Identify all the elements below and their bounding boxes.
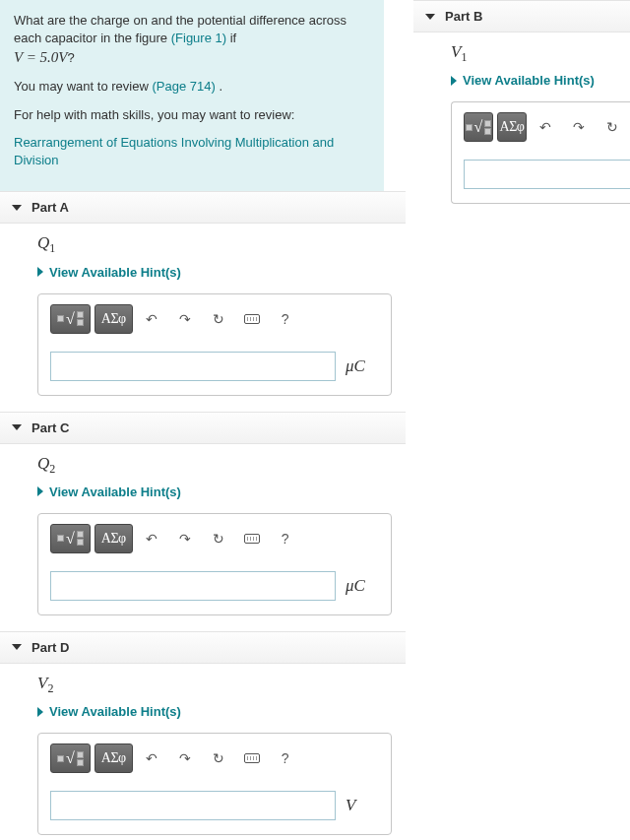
toolbar-a: √ ΑΣφ ↶ ↷ ↻ ?: [50, 304, 379, 334]
hints-label: View Available Hint(s): [49, 704, 181, 719]
part-b-variable: V1: [451, 42, 630, 65]
refresh-button[interactable]: ↻: [598, 112, 627, 142]
fraction-root-button[interactable]: √: [50, 304, 91, 334]
redo-button[interactable]: ↷: [170, 743, 200, 773]
unit-d: V: [346, 796, 355, 815]
answer-input-d[interactable]: [50, 791, 336, 820]
part-c-title: Part C: [32, 420, 69, 435]
page-link[interactable]: (Page 714): [152, 79, 215, 94]
keyboard-button[interactable]: [237, 304, 267, 334]
fraction-root-button[interactable]: √: [50, 524, 91, 553]
unit-a: μC: [346, 356, 365, 376]
part-b-header[interactable]: Part B: [413, 0, 630, 32]
part-d-variable: V2: [37, 674, 406, 696]
redo-button[interactable]: ↷: [564, 112, 594, 142]
figure-link[interactable]: (Figure 1): [171, 31, 226, 45]
help-button[interactable]: ?: [271, 743, 300, 773]
hints-label: View Available Hint(s): [463, 73, 595, 88]
toolbar-b: √ ΑΣφ ↶ ↷ ↻: [464, 112, 630, 142]
caret-down-icon: [425, 14, 435, 20]
part-d-body: V2 View Available Hint(s) √ ΑΣφ ↶ ↷ ↻ ? …: [0, 664, 406, 840]
redo-button[interactable]: ↷: [170, 304, 200, 334]
keyboard-button[interactable]: [237, 524, 267, 553]
keyboard-icon: [244, 753, 260, 763]
part-a-variable: Q1: [37, 233, 406, 256]
keyboard-button[interactable]: [237, 743, 267, 773]
part-b-column: Part B V1 View Available Hint(s) √ ΑΣφ ↶…: [413, 0, 630, 220]
keyboard-icon: [244, 534, 260, 544]
answer-box-b: √ ΑΣφ ↶ ↷ ↻: [451, 101, 630, 204]
toolbar-d: √ ΑΣφ ↶ ↷ ↻ ?: [50, 743, 379, 773]
undo-button[interactable]: ↶: [137, 524, 166, 553]
answer-box-d: √ ΑΣφ ↶ ↷ ↻ ? V: [37, 733, 392, 835]
part-d-header[interactable]: Part D: [0, 631, 406, 664]
redo-button[interactable]: ↷: [170, 524, 200, 553]
greek-button[interactable]: ΑΣφ: [497, 112, 527, 142]
fraction-root-button[interactable]: √: [464, 112, 493, 142]
toolbar-c: √ ΑΣφ ↶ ↷ ↻ ?: [50, 524, 379, 553]
triangle-right-icon: [451, 76, 457, 86]
answer-input-c[interactable]: [50, 571, 336, 601]
refresh-button[interactable]: ↻: [204, 304, 233, 334]
greek-button[interactable]: ΑΣφ: [94, 304, 133, 334]
part-b-title: Part B: [445, 9, 482, 24]
undo-button[interactable]: ↶: [137, 304, 166, 334]
part-b-body: V1 View Available Hint(s) √ ΑΣφ ↶ ↷ ↻: [413, 32, 630, 220]
part-a-header[interactable]: Part A: [0, 191, 406, 224]
part-d-column: Part D V2 View Available Hint(s) √ ΑΣφ ↶…: [0, 631, 406, 840]
part-c-column: Part C Q2 View Available Hint(s) √ ΑΣφ ↶…: [0, 412, 406, 631]
caret-down-icon: [12, 424, 22, 430]
problem-intro: What are the charge on and the potential…: [0, 0, 384, 191]
help-button[interactable]: ?: [271, 304, 300, 334]
hints-toggle-d[interactable]: View Available Hint(s): [37, 704, 406, 719]
part-c-header[interactable]: Part C: [0, 412, 406, 444]
part-c-variable: Q2: [37, 454, 406, 477]
hints-label: View Available Hint(s): [49, 265, 181, 280]
fraction-root-button[interactable]: √: [50, 743, 91, 773]
help-line: For help with math skills, you may want …: [14, 106, 370, 124]
unit-c: μC: [346, 576, 365, 596]
refresh-button[interactable]: ↻: [204, 743, 233, 773]
intro-line1: What are the charge on and the potential…: [14, 12, 370, 68]
part-c-body: Q2 View Available Hint(s) √ ΑΣφ ↶ ↷ ↻ ? …: [0, 444, 406, 631]
answer-box-c: √ ΑΣφ ↶ ↷ ↻ ? μC: [37, 513, 392, 615]
part-d-title: Part D: [32, 640, 69, 655]
greek-button[interactable]: ΑΣφ: [94, 743, 133, 773]
part-a-title: Part A: [32, 200, 69, 215]
intro-text2: if: [226, 31, 236, 45]
greek-button[interactable]: ΑΣφ: [94, 524, 133, 553]
hints-toggle-a[interactable]: View Available Hint(s): [37, 265, 406, 280]
triangle-right-icon: [37, 486, 43, 496]
review-line: You may want to review (Page 714) .: [14, 78, 370, 96]
triangle-right-icon: [37, 707, 43, 717]
keyboard-icon: [244, 314, 260, 324]
help-link[interactable]: Rearrangement of Equations Involving Mul…: [14, 135, 334, 167]
caret-down-icon: [12, 644, 22, 650]
part-a-column: Part A Q1 View Available Hint(s) √ ΑΣφ ↶…: [0, 191, 406, 411]
caret-down-icon: [12, 205, 22, 211]
help-button[interactable]: ?: [271, 524, 300, 553]
intro-equation: V = 5.0V: [14, 49, 67, 65]
triangle-right-icon: [37, 267, 43, 277]
hints-toggle-c[interactable]: View Available Hint(s): [37, 485, 406, 499]
answer-box-a: √ ΑΣφ ↶ ↷ ↻ ? μC: [37, 293, 392, 396]
hints-label: View Available Hint(s): [49, 485, 181, 499]
refresh-button[interactable]: ↻: [204, 524, 233, 553]
answer-input-a[interactable]: [50, 352, 336, 381]
hints-toggle-b[interactable]: View Available Hint(s): [451, 73, 630, 88]
undo-button[interactable]: ↶: [531, 112, 560, 142]
answer-input-b[interactable]: [464, 160, 630, 189]
undo-button[interactable]: ↶: [137, 743, 166, 773]
part-a-body: Q1 View Available Hint(s) √ ΑΣφ ↶ ↷ ↻ ? …: [0, 224, 406, 411]
